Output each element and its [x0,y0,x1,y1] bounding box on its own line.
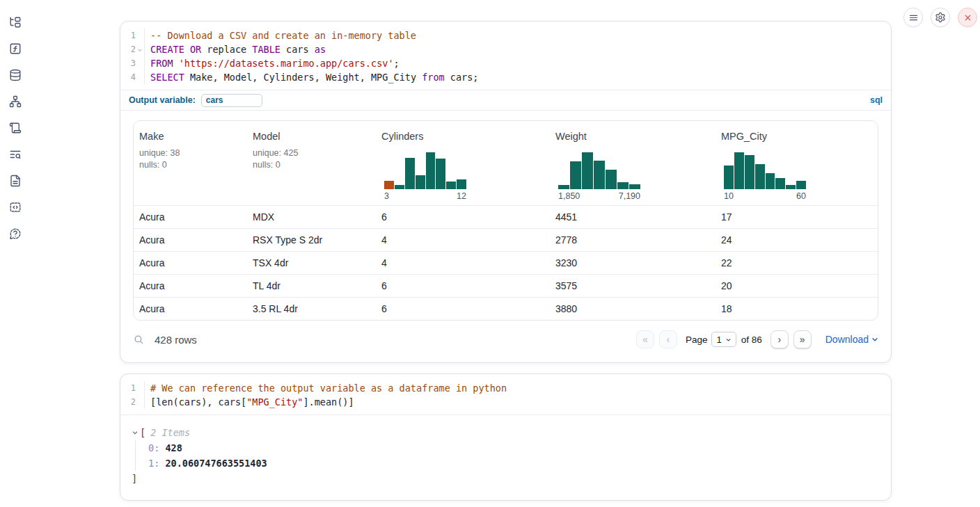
sql-cell: 1-- Download a CSV and create an in-memo… [120,21,892,363]
table-cell: Acura [134,234,247,246]
python-cell: 1# We can reference the output variable … [120,373,892,501]
sql-code-editor[interactable]: 1-- Download a CSV and create an in-memo… [120,22,891,90]
tree-entries: 0: 4281: 20.060747663551403 [135,440,880,471]
download-button[interactable]: Download [825,334,878,345]
language-badge: sql [870,95,883,105]
table-cell: 18 [716,303,878,314]
table-cell: 6 [376,280,550,291]
line-number: 1 [120,29,136,42]
help-icon[interactable] [8,227,22,241]
variables-icon[interactable] [8,42,22,56]
hist-bar [775,178,785,189]
entry-value: 428 [159,442,182,453]
entry-value: 20.060747663551403 [159,458,267,469]
table-cell: 22 [716,257,878,268]
shutdown-button[interactable] [958,8,977,27]
table-row[interactable]: AcuraTL 4dr6357520 [134,274,878,297]
output-variable-label: Output variable: [129,95,196,105]
line-number: 2 [120,395,136,409]
fold-slot [136,70,144,84]
column-title: Make [139,131,242,142]
search-icon[interactable] [133,334,145,346]
table-cell: 4451 [550,211,716,223]
column-header: Makeunique: 38nulls: 0 [134,129,247,205]
fold-slot [136,56,144,70]
table-cell: 3880 [550,303,716,314]
settings-button[interactable] [931,8,950,27]
line-number: 3 [120,56,136,70]
first-page-button[interactable]: « [636,330,654,348]
code-line: 1# We can reference the output variable … [120,381,891,395]
table-cell: 17 [716,211,878,223]
column-histogram: 1,8507,190 [558,152,640,201]
table-cell: 6 [376,303,550,314]
page-select[interactable]: 1 [711,332,736,347]
row-count: 428 rows [155,334,197,346]
column-stat: unique: 38 [139,147,242,159]
file-explorer-icon[interactable] [8,15,22,29]
fold-slot [136,381,144,395]
table-row[interactable]: AcuraTSX 4dr4323022 [134,251,878,274]
database-icon[interactable] [8,68,22,82]
last-page-button[interactable]: » [793,330,812,348]
table-header: Makeunique: 38nulls: 0Modelunique: 425nu… [134,121,878,205]
hist-bar [606,170,617,189]
table-cell: RSX Type S 2dr [247,234,376,246]
dependency-graph-icon[interactable] [8,95,22,108]
table-row[interactable]: AcuraRSX Type S 2dr4277824 [134,228,878,251]
hist-bar [796,181,806,189]
table-cell: 3575 [550,280,716,291]
column-histogram: 312 [384,152,466,201]
table-footer: 428 rows « ‹ Page 1 of 86 › » Download [120,321,891,351]
table-cell: 3.5 RL 4dr [247,303,376,314]
hist-bar [617,182,629,189]
menu-button[interactable] [903,8,923,27]
python-code-editor[interactable]: 1# We can reference the output variable … [120,374,891,415]
fold-slot [136,395,144,409]
next-page-button[interactable]: › [770,330,789,348]
hist-bar [426,152,436,189]
column-title: Model [253,131,370,142]
output-variable-input[interactable] [201,94,262,107]
column-title: MPG_City [721,131,872,142]
logs-search-icon[interactable] [8,147,22,161]
table-cell: Acura [134,303,247,314]
python-output: [ 2 Items 0: 4281: 20.060747663551403 ] [120,415,891,500]
entry-key: 1: [148,458,159,469]
code-line: 3FROM 'https://datasets.marimo.app/cars.… [120,56,891,70]
chevron-down-icon [871,336,878,343]
divider [120,110,891,111]
hist-bar [446,182,456,189]
table-row[interactable]: Acura3.5 RL 4dr6388018 [134,297,878,320]
window-controls [903,8,977,27]
table-row[interactable]: AcuraMDX6445117 [134,205,878,228]
column-stat: unique: 425 [253,147,370,159]
hist-bar [570,161,581,189]
column-header: Modelunique: 425nulls: 0 [247,129,376,205]
output-variable-row: Output variable: sql [120,90,891,110]
column-header: Cylinders312 [376,129,550,205]
table-cell: 2778 [550,234,716,246]
open-bracket: [ [140,425,145,440]
table-body: AcuraMDX6445117AcuraRSX Type S 2dr427782… [134,205,878,320]
notebook-main: 1-- Download a CSV and create an in-memo… [120,0,892,501]
column-header: Weight1,8507,190 [550,129,716,205]
snippets-icon[interactable] [8,200,22,214]
code-line: 4SELECT Make, Model, Cylinders, Weight, … [120,70,891,84]
table-cell: 6 [376,211,550,223]
hist-bar [405,158,415,189]
hist-bar [724,166,734,189]
chevron-down-icon [725,337,732,343]
collapse-chevron-icon[interactable] [132,425,140,440]
documentation-icon[interactable] [8,174,22,188]
column-header: MPG_City1060 [716,129,878,205]
column-stat: nulls: 0 [253,159,370,171]
hist-max-label: 7,190 [619,191,640,201]
download-label: Download [825,334,869,345]
table-cell: MDX [247,211,376,223]
fold-chevron-icon[interactable] [136,42,144,56]
table-cell: 20 [716,280,878,291]
prev-page-button[interactable]: ‹ [659,330,677,348]
tree-entry: 1: 20.060747663551403 [148,456,880,471]
scratchpad-icon[interactable] [8,121,22,135]
